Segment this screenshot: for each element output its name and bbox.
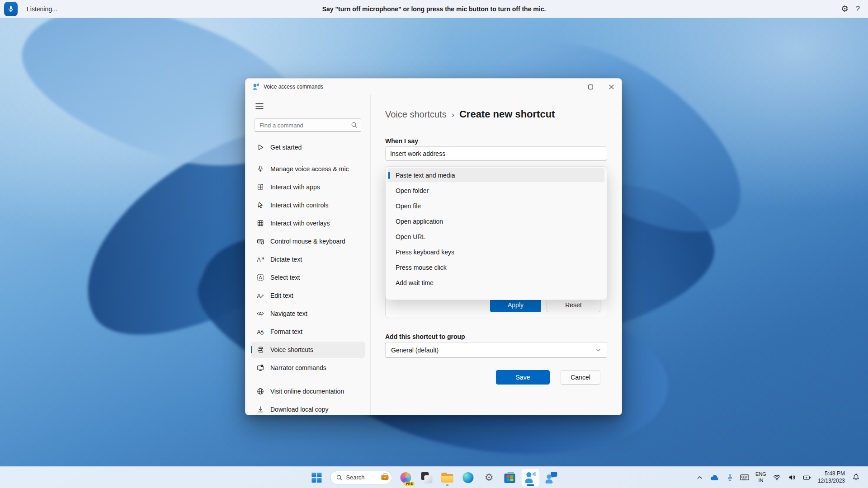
microsoft-store-button[interactable] [501, 469, 519, 487]
microphone-icon [257, 165, 264, 173]
task-view-icon [421, 472, 432, 483]
sidebar-item-download-local-copy[interactable]: Download local copy [251, 401, 365, 415]
app-window-icon [257, 183, 264, 191]
sidebar: Get started Manage voice access & mic [245, 95, 371, 415]
file-explorer-button[interactable] [439, 469, 457, 487]
onedrive-button[interactable] [709, 470, 721, 485]
microphone-button[interactable] [4, 2, 18, 16]
voice-bar-hint: Say "turn off microphone" or long press … [0, 5, 868, 13]
taskbar-search[interactable]: Search [330, 471, 392, 484]
copilot-pre-badge: PRE [405, 482, 415, 486]
minimize-button[interactable] [559, 79, 580, 95]
settings-button[interactable]: ⚙ [480, 469, 498, 487]
running-indicator [446, 484, 449, 486]
help-icon[interactable]: ? [856, 5, 860, 13]
sidebar-item-get-started[interactable]: Get started [251, 139, 365, 155]
sidebar-item-manage-voice-access-mic[interactable]: Manage voice access & mic [251, 161, 365, 177]
sidebar-item-select-text[interactable]: A Select text [251, 269, 365, 286]
maximize-button[interactable] [580, 79, 601, 95]
svg-text:A: A [259, 275, 262, 280]
download-icon [257, 406, 264, 413]
touch-keyboard-button[interactable] [739, 470, 750, 485]
sidebar-item-format-text[interactable]: A Format text [251, 324, 365, 340]
dropdown-option-open-url[interactable]: Open URL [388, 230, 604, 244]
copilot-button[interactable]: PRE [397, 469, 415, 487]
breadcrumb: Voice shortcuts › Create new shortcut [385, 108, 555, 120]
action-dropdown-flyout: Paste text and media Open folder Open fi… [385, 166, 607, 300]
page-title: Create new shortcut [459, 108, 555, 120]
narrator-icon [257, 364, 264, 371]
hamburger-icon [255, 103, 264, 109]
sidebar-item-navigate-text[interactable]: A Navigate text [251, 305, 365, 322]
when-i-say-label: When I say [385, 137, 418, 145]
chevron-right-icon: › [452, 110, 454, 120]
window-title: Voice access commands [264, 84, 323, 90]
person-chat-icon [546, 472, 557, 483]
cancel-button[interactable]: Cancel [561, 370, 600, 385]
sidebar-item-interact-with-overlays[interactable]: Interact with overlays [251, 215, 365, 231]
start-button[interactable] [307, 469, 326, 487]
language-indicator[interactable]: ENG IN [754, 471, 768, 483]
sidebar-item-edit-text[interactable]: A Edit text [251, 287, 365, 304]
sidebar-item-narrator-commands[interactable]: Narrator commands [251, 360, 365, 376]
selected-indicator [251, 346, 252, 353]
edit-text-icon: A [257, 292, 264, 299]
dictate-text-icon: A [257, 256, 264, 263]
hamburger-menu-button[interactable] [252, 99, 267, 113]
close-button[interactable] [601, 79, 622, 95]
sidebar-item-interact-with-apps[interactable]: Interact with apps [251, 179, 365, 195]
sidebar-item-visit-online-documentation[interactable]: Visit online documentation [251, 383, 365, 399]
sidebar-item-voice-shortcuts[interactable]: Voice shortcuts [251, 342, 365, 358]
breadcrumb-voice-shortcuts[interactable]: Voice shortcuts [385, 109, 447, 120]
sidebar-item-control-mouse-keyboard[interactable]: Control mouse & keyboard [251, 233, 365, 249]
dropdown-option-open-folder[interactable]: Open folder [388, 183, 604, 197]
hidden-icons-button[interactable] [694, 470, 706, 485]
voice-access-commands-window: Voice access commands [245, 78, 622, 415]
voice-access-button[interactable] [522, 469, 540, 487]
task-view-button[interactable] [418, 469, 436, 487]
gear-icon: ⚙ [485, 473, 494, 483]
maximize-icon [588, 84, 593, 89]
dropdown-option-open-application[interactable]: Open application [388, 214, 604, 228]
sidebar-item-dictate-text[interactable]: A Dictate text [251, 251, 365, 267]
wifi-icon [773, 474, 781, 481]
store-icon [505, 474, 515, 483]
group-select-value: General (default) [391, 347, 439, 354]
onedrive-cloud-icon [710, 474, 719, 481]
globe-icon [257, 388, 264, 395]
play-icon [257, 144, 264, 151]
select-text-icon: A [257, 274, 264, 281]
svg-text:A: A [259, 311, 262, 316]
sidebar-item-interact-with-controls[interactable]: Interact with controls [251, 197, 365, 213]
chevron-down-icon [595, 347, 601, 353]
settings-gear-icon[interactable]: ⚙ [841, 5, 849, 13]
tray-microphone-button[interactable] [724, 470, 736, 485]
notification-center-button[interactable] [850, 470, 862, 485]
keyboard-icon [740, 474, 749, 481]
shortcut-phrase-input[interactable] [385, 146, 607, 160]
search-icon [351, 122, 358, 128]
dropdown-option-press-keyboard-keys[interactable]: Press keyboard keys [388, 245, 604, 259]
search-input[interactable] [255, 118, 361, 132]
dropdown-option-open-file[interactable]: Open file [388, 199, 604, 213]
system-tray: ENG IN 5:48 PM 12/13/2023 [694, 467, 868, 488]
dropdown-option-add-wait-time[interactable]: Add wait time [388, 276, 604, 290]
minimize-icon [567, 84, 572, 89]
accessibility-chat-button[interactable] [542, 469, 561, 487]
tray-time: 5:48 PM [818, 470, 845, 478]
dropdown-option-paste-text-and-media[interactable]: Paste text and media [388, 168, 604, 182]
clock[interactable]: 5:48 PM 12/13/2023 [816, 470, 847, 484]
volume-button[interactable] [786, 470, 798, 485]
navigate-text-icon: A [257, 310, 264, 317]
tray-date: 12/13/2023 [818, 478, 845, 485]
voice-access-icon [525, 472, 537, 483]
wifi-button[interactable] [771, 470, 783, 485]
battery-button[interactable] [801, 470, 813, 485]
dropdown-option-press-mouse-click[interactable]: Press mouse click [388, 260, 604, 274]
group-select[interactable]: General (default) [385, 342, 607, 358]
edge-button[interactable] [459, 469, 477, 487]
voice-shortcuts-icon [257, 346, 264, 353]
svg-text:A: A [257, 257, 261, 263]
save-button[interactable]: Save [496, 370, 550, 385]
command-search [255, 118, 361, 132]
